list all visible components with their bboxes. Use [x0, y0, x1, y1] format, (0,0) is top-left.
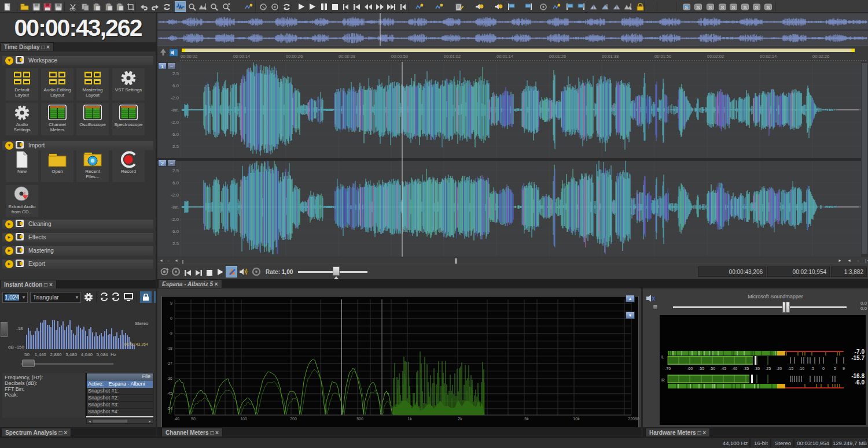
- svg-text:S: S: [708, 4, 712, 10]
- svg-text:S: S: [720, 4, 724, 10]
- svg-text:S: S: [755, 4, 758, 10]
- svg-text:S: S: [696, 4, 700, 10]
- svg-text:S: S: [743, 4, 746, 10]
- svg-text:S: S: [731, 4, 735, 10]
- svg-text:S: S: [766, 4, 770, 10]
